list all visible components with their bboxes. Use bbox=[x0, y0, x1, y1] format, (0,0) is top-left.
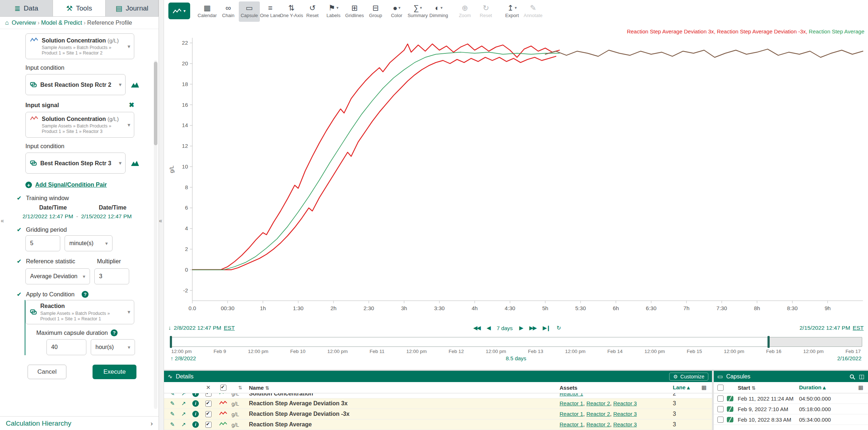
refresh-icon[interactable]: ↻ bbox=[557, 325, 561, 331]
panel-splitter[interactable]: « bbox=[159, 0, 164, 430]
calculation-hierarchy-bar[interactable]: Calculation Hierarchy › bbox=[0, 416, 159, 430]
toolbar-button-calendar[interactable]: ▦Calendar bbox=[197, 1, 218, 22]
row-checkbox[interactable] bbox=[205, 411, 212, 417]
gridding-unit-select[interactable]: minute(s) ▾ bbox=[65, 235, 112, 251]
preview-trend-icon[interactable] bbox=[131, 160, 139, 166]
details-row[interactable]: ✎↗ig/LSolution ConcentrationReactor 12 bbox=[164, 393, 712, 398]
info-icon[interactable]: i bbox=[192, 393, 199, 397]
toolbar-button-chain[interactable]: ∞Chain bbox=[218, 1, 239, 22]
chart-canvas[interactable]: -202468101214161820220.000:301h1:302h2:3… bbox=[164, 23, 868, 322]
tab-data[interactable]: ≣Data bbox=[0, 0, 53, 16]
row-checkbox[interactable] bbox=[717, 395, 724, 402]
info-icon[interactable]: i bbox=[192, 421, 199, 428]
duration-column-header[interactable]: Duration ▴ bbox=[799, 384, 853, 391]
remove-all-icon[interactable]: ✕ bbox=[206, 384, 211, 391]
asset-link[interactable]: Reactor 3 bbox=[613, 421, 637, 427]
panel-toggle-icon[interactable]: ◫ bbox=[859, 373, 864, 380]
row-checkbox[interactable] bbox=[717, 417, 724, 423]
info-icon[interactable]: i bbox=[192, 411, 199, 417]
assets-column-header[interactable]: Assets bbox=[560, 385, 673, 391]
multiplier-input[interactable] bbox=[94, 268, 129, 284]
step-forward-icon[interactable]: ▶ bbox=[519, 325, 523, 331]
toolbar-button-gridlines[interactable]: ⊞Gridlines bbox=[344, 1, 365, 22]
toolbar-button-export[interactable]: ↥▾Export bbox=[501, 1, 523, 22]
details-row[interactable]: ✎↗ig/LReaction Step Average Deviation -3… bbox=[164, 409, 712, 419]
item-name[interactable]: Reaction Step Average Deviation 3x bbox=[249, 400, 560, 407]
input-condition-select-2[interactable]: Best Reaction Step Rctr 3 ▾ bbox=[25, 153, 126, 174]
forward-icon[interactable]: ↗ bbox=[178, 393, 189, 397]
asset-link[interactable]: Reactor 1 bbox=[560, 400, 583, 406]
edit-icon[interactable]: ✎ bbox=[164, 421, 178, 428]
forward-icon[interactable]: ↗ bbox=[178, 400, 189, 407]
range-slider-handle-left[interactable] bbox=[170, 336, 172, 348]
start-column-header[interactable]: Start ⇅ bbox=[738, 385, 799, 391]
capsule-row[interactable]: Feb 11, 2022 11:24 AM04:50:00.000 bbox=[714, 393, 868, 404]
asset-link[interactable]: Reactor 3 bbox=[613, 400, 637, 406]
column-chooser-icon[interactable]: ▦ bbox=[858, 384, 863, 391]
slider-duration-label[interactable]: 8.5 days bbox=[506, 355, 527, 361]
add-signal-condition-pair-link[interactable]: + Add Signal/Condition Pair bbox=[25, 182, 148, 188]
select-all-checkbox[interactable] bbox=[717, 385, 724, 391]
range-slider-track[interactable] bbox=[170, 337, 862, 347]
input-signal-select-1[interactable]: Solution Concentration (g/L) Sample Asse… bbox=[25, 33, 134, 59]
toolbar-button-dimming[interactable]: ◐▾Dimming bbox=[428, 1, 449, 22]
training-start-link[interactable]: 2/12/2022 12:47 PM bbox=[22, 213, 73, 219]
training-end-link[interactable]: 2/15/2022 12:47 PM bbox=[81, 213, 132, 219]
step-to-end-icon[interactable]: ▶❙ bbox=[542, 325, 550, 331]
help-icon[interactable]: ? bbox=[111, 329, 118, 336]
asset-link[interactable]: Reactor 1 bbox=[560, 411, 583, 417]
customize-button[interactable]: ⚙ Customize bbox=[669, 373, 708, 381]
step-back-fast-icon[interactable]: ◀◀ bbox=[473, 325, 480, 331]
capsule-row[interactable]: Feb 10, 2022 8:33 AM05:34:00.000 bbox=[714, 414, 868, 425]
item-name[interactable]: Reaction Step Average Deviation -3x bbox=[249, 411, 560, 417]
execute-button[interactable]: Execute bbox=[93, 365, 136, 379]
breadcrumb-item[interactable]: Model & Predict bbox=[41, 20, 82, 26]
edit-icon[interactable]: ✎ bbox=[164, 411, 178, 417]
toolbar-button-one-lane[interactable]: ≡One Lane bbox=[260, 1, 281, 22]
range-slider-selection[interactable] bbox=[170, 337, 769, 346]
sort-icon[interactable]: ⇅ bbox=[238, 385, 242, 390]
reference-statistic-select[interactable]: Average Deviation ▾ bbox=[25, 268, 90, 284]
asset-link[interactable]: Reactor 2 bbox=[586, 421, 610, 427]
max-duration-unit-select[interactable]: hour(s) ▾ bbox=[91, 339, 135, 355]
column-chooser-icon[interactable]: ▦ bbox=[701, 384, 707, 391]
select-all-checkbox[interactable] bbox=[220, 385, 226, 391]
asset-link[interactable]: Reactor 1 bbox=[560, 393, 583, 397]
edit-icon[interactable]: ✎ bbox=[164, 400, 178, 407]
collapse-edge-icon[interactable]: « bbox=[0, 216, 5, 226]
step-size-link[interactable]: 7 days bbox=[497, 325, 513, 331]
timezone-link[interactable]: EST bbox=[853, 325, 864, 331]
arrow-down-icon[interactable]: ↓ bbox=[168, 325, 171, 331]
name-column-header[interactable]: Name ⇅ bbox=[249, 385, 560, 391]
display-type-button[interactable]: ▾ bbox=[168, 3, 190, 19]
search-icon[interactable] bbox=[850, 374, 854, 378]
remove-pair-icon[interactable]: ✖ bbox=[129, 101, 134, 109]
sidebar-scrollbar[interactable] bbox=[154, 60, 157, 409]
arrow-up-icon[interactable]: ↑ bbox=[171, 355, 173, 361]
item-name[interactable]: Reaction Step Average bbox=[249, 421, 560, 428]
row-checkbox[interactable] bbox=[717, 406, 724, 412]
slider-start-date[interactable]: 2/8/2022 bbox=[175, 355, 196, 361]
trend-chart[interactable]: -202468101214161820220.000:301h1:302h2:3… bbox=[164, 23, 868, 322]
item-name[interactable]: Solution Concentration bbox=[249, 393, 560, 397]
help-icon[interactable]: ? bbox=[82, 291, 89, 298]
toolbar-button-reset[interactable]: ↺Reset bbox=[302, 1, 323, 22]
preview-trend-icon[interactable] bbox=[131, 82, 139, 88]
toolbar-button-labels[interactable]: ⚑▾Labels bbox=[323, 1, 344, 22]
range-slider-handle-right[interactable] bbox=[767, 336, 770, 348]
breadcrumb-item[interactable]: Overview bbox=[12, 20, 36, 26]
info-icon[interactable]: i bbox=[192, 400, 199, 407]
input-condition-select-1[interactable]: Best Reaction Step Rctr 2 ▾ bbox=[25, 74, 126, 95]
forward-icon[interactable]: ↗ bbox=[178, 421, 189, 428]
apply-condition-select[interactable]: Reaction Sample Assets » Batch Products … bbox=[25, 300, 134, 324]
home-icon[interactable]: ⌂ bbox=[5, 19, 9, 27]
tab-tools[interactable]: ⚒Tools bbox=[53, 0, 106, 16]
forward-icon[interactable]: ↗ bbox=[178, 411, 189, 417]
toolbar-button-color[interactable]: ●▾Color bbox=[386, 1, 407, 22]
step-back-icon[interactable]: ◀ bbox=[487, 325, 490, 331]
toolbar-button-capsule[interactable]: ▭Capsule bbox=[239, 1, 260, 22]
toolbar-button-group[interactable]: ⊟Group bbox=[365, 1, 386, 22]
asset-link[interactable]: Reactor 1 bbox=[560, 421, 583, 427]
slider-end-date[interactable]: 2/16/2022 bbox=[837, 355, 861, 361]
range-end-link[interactable]: 2/15/2022 12:47 PM bbox=[799, 325, 850, 331]
